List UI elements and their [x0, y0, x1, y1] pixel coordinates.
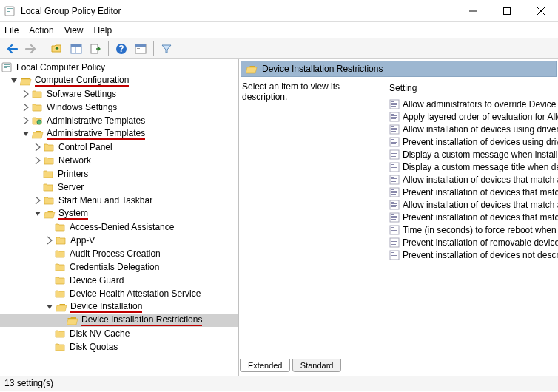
policy-icon — [389, 112, 400, 122]
tree-label: Disk Quotas — [70, 342, 118, 352]
folder-open-icon — [20, 75, 32, 86]
policy-icon — [389, 237, 400, 248]
settings-column-header[interactable]: Setting — [389, 81, 558, 98]
menu-view[interactable]: View — [64, 25, 84, 36]
tree-administrative-templates-2[interactable]: Administrative Templates — [0, 127, 238, 141]
tree-disk-nv-cache[interactable]: Disk NV Cache — [0, 327, 238, 340]
policy-icon — [389, 212, 400, 223]
svg-rect-21 — [504, 7, 511, 14]
tree-label: Software Settings — [47, 89, 116, 99]
tree-network[interactable]: Network — [0, 154, 238, 167]
setting-row[interactable]: Apply layered order of evaluation for Al… — [389, 110, 558, 123]
tree-access-denied-assistance[interactable]: Access-Denied Assistance — [0, 220, 238, 234]
tree-device-health-attestation[interactable]: Device Health Attestation Service — [0, 287, 238, 300]
export-list-button[interactable] — [87, 41, 104, 57]
tree-credentials-delegation[interactable]: Credentials Delegation — [0, 260, 238, 274]
folder-icon — [56, 235, 67, 246]
tree-server[interactable]: Server — [0, 180, 238, 194]
folder-icon — [55, 262, 67, 272]
expand-icon[interactable] — [21, 102, 31, 112]
minimize-button[interactable] — [456, 0, 490, 22]
tree-app-v[interactable]: App-V — [0, 234, 238, 247]
tree-control-panel[interactable]: Control Panel — [0, 141, 238, 154]
policy-icon — [389, 124, 400, 135]
tree-start-menu-taskbar[interactable]: Start Menu and Taskbar — [0, 194, 238, 207]
menu-help[interactable]: Help — [94, 25, 112, 36]
setting-label: Prevent installation of devices that mat… — [403, 212, 558, 223]
expand-icon[interactable] — [9, 75, 19, 86]
tree-root[interactable]: Local Computer Policy — [0, 61, 238, 74]
expand-icon[interactable] — [44, 235, 55, 246]
tree-label: Windows Settings — [47, 102, 117, 112]
close-button[interactable] — [524, 0, 558, 22]
tree-label: Device Health Attestation Service — [70, 288, 201, 299]
setting-label: Prevent installation of devices that mat… — [403, 187, 558, 197]
tree-pane[interactable]: Local Computer Policy Computer Configura… — [0, 59, 239, 376]
tree-label: Administrative Templates — [47, 115, 145, 126]
expand-icon[interactable] — [33, 155, 43, 166]
tree-device-installation-restrictions[interactable]: Device Installation Restrictions — [0, 314, 238, 327]
folder-open-icon — [32, 129, 44, 139]
tab-standard[interactable]: Standard — [292, 359, 342, 372]
folder-icon — [43, 169, 55, 179]
setting-row[interactable]: Display a custom message title when devi… — [389, 160, 558, 173]
folder-icon — [44, 155, 56, 166]
details-pane: Device Installation Restrictions Select … — [239, 59, 558, 376]
tree-label: Audit Process Creation — [70, 249, 161, 259]
tree-label: Control Panel — [58, 142, 112, 152]
expand-icon[interactable] — [21, 129, 31, 139]
tree-administrative-templates-1[interactable]: Administrative Templates — [0, 114, 238, 127]
up-button[interactable] — [48, 41, 66, 57]
tree-windows-settings[interactable]: Windows Settings — [0, 101, 238, 114]
folder-icon — [55, 288, 67, 299]
tree-computer-configuration[interactable]: Computer Configuration — [0, 74, 238, 87]
expand-icon[interactable] — [44, 302, 55, 312]
tree-audit-process-creation[interactable]: Audit Process Creation — [0, 247, 238, 260]
help-button[interactable] — [112, 41, 130, 57]
setting-row[interactable]: Allow installation of devices using driv… — [389, 123, 558, 135]
show-hide-tree-button[interactable] — [67, 41, 85, 57]
setting-row[interactable]: Prevent installation of devices that mat… — [389, 211, 558, 223]
menu-action[interactable]: Action — [29, 25, 53, 36]
setting-row[interactable]: Time (in seconds) to force reboot when r… — [389, 223, 558, 236]
policy-icon — [389, 149, 400, 160]
filter-button[interactable] — [158, 41, 175, 57]
expand-icon[interactable] — [33, 142, 43, 152]
folder-icon — [44, 195, 56, 206]
tree-system[interactable]: System — [0, 207, 238, 220]
setting-row[interactable]: Allow installation of devices that match… — [389, 173, 558, 186]
expand-icon[interactable] — [21, 115, 31, 126]
setting-row[interactable]: Allow installation of devices that match… — [389, 198, 558, 211]
tree-label: App-V — [70, 235, 95, 246]
tree-label: Access-Denied Assistance — [70, 222, 174, 232]
setting-label: Apply layered order of evaluation for Al… — [403, 112, 558, 122]
nav-forward-button[interactable] — [22, 41, 40, 57]
window-title: Local Group Policy Editor — [21, 6, 121, 16]
tab-extended[interactable]: Extended — [240, 359, 290, 372]
tree-printers[interactable]: Printers — [0, 167, 238, 180]
tree-device-installation[interactable]: Device Installation — [0, 300, 238, 314]
setting-row[interactable]: Prevent installation of devices that mat… — [389, 186, 558, 198]
setting-row[interactable]: Prevent installation of devices not desc… — [389, 249, 558, 261]
setting-row[interactable]: Display a custom message when installati… — [389, 148, 558, 160]
expand-icon[interactable] — [33, 195, 43, 206]
setting-label: Display a custom message when installati… — [403, 149, 558, 160]
tree-disk-quotas[interactable]: Disk Quotas — [0, 340, 238, 354]
setting-row[interactable]: Allow administrators to override Device … — [389, 98, 558, 110]
nav-back-button[interactable] — [3, 41, 21, 57]
properties-button[interactable] — [132, 41, 149, 57]
menu-file[interactable]: File — [4, 25, 19, 36]
settings-list[interactable]: Setting Allow administrators to override… — [389, 81, 558, 359]
setting-row[interactable]: Prevent installation of devices using dr… — [389, 135, 558, 148]
toolbar-separator — [44, 41, 44, 56]
expand-icon[interactable] — [21, 89, 31, 99]
expand-icon[interactable] — [33, 209, 43, 219]
tree-software-settings[interactable]: Software Settings — [0, 87, 238, 101]
toolbar-separator — [153, 41, 154, 56]
tree-device-guard[interactable]: Device Guard — [0, 274, 238, 287]
status-text: 13 setting(s) — [4, 378, 53, 388]
tree-label: Server — [58, 182, 84, 192]
tree-label: Start Menu and Taskbar — [58, 195, 152, 206]
setting-row[interactable]: Prevent installation of removable device… — [389, 236, 558, 249]
maximize-button[interactable] — [490, 0, 524, 22]
